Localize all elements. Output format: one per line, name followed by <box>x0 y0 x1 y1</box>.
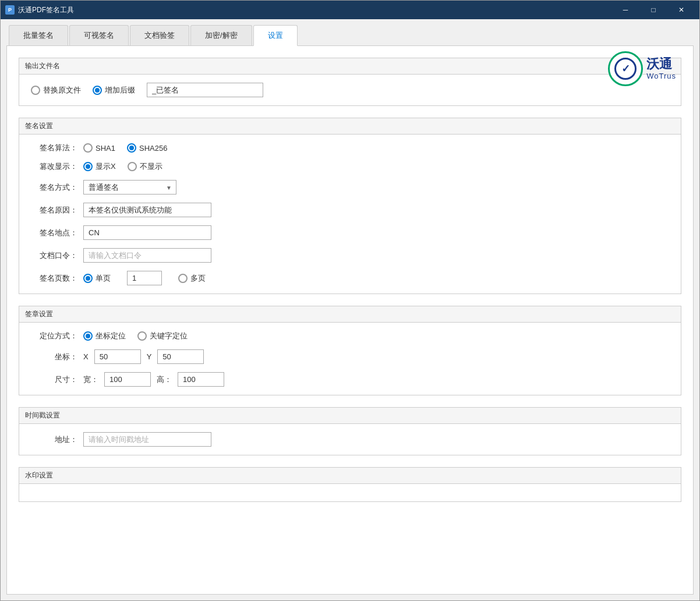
method-label: 签名方式： <box>31 182 77 193</box>
location-input[interactable] <box>83 225 211 240</box>
output-filename-title: 输出文件名 <box>19 58 681 75</box>
y-label: Y <box>147 352 152 361</box>
revocation-label: 篡改显示： <box>31 161 77 172</box>
replace-label: 替换原文件 <box>43 85 81 96</box>
sha1-radio[interactable]: SHA1 <box>83 143 115 153</box>
sha1-label: SHA1 <box>96 144 115 153</box>
reason-label: 签名原因： <box>31 205 77 215</box>
size-row: 尺寸： 宽： 高： <box>31 372 669 387</box>
logo: ✓ 沃通 WoTrus <box>608 51 676 86</box>
sha256-label: SHA256 <box>139 144 167 153</box>
pages-group: 单页 多页 <box>83 271 206 285</box>
algorithm-label: 签名算法： <box>31 143 77 153</box>
coord-radio[interactable]: 坐标定位 <box>83 331 126 341</box>
revocation-group: 显示X 不显示 <box>83 161 162 172</box>
maximize-button[interactable]: □ <box>640 1 667 19</box>
width-label: 宽： <box>83 374 98 385</box>
tab-bar: 批量签名 可视签名 文档验签 加密/解密 设置 <box>6 25 694 46</box>
address-row: 地址： <box>31 432 669 447</box>
replace-radio[interactable]: 替换原文件 <box>31 85 81 96</box>
suffix-input[interactable] <box>147 83 263 97</box>
multi-page-radio-circle[interactable] <box>178 274 188 283</box>
seal-settings-body: 定位方式： 坐标定位 关键字定位 <box>19 323 681 395</box>
hide-radio[interactable]: 不显示 <box>128 161 162 172</box>
sign-settings-title: 签名设置 <box>19 118 681 135</box>
show-radio-circle[interactable] <box>83 162 93 171</box>
main-window: P 沃通PDF签名工具 ─ □ ✕ ✓ 沃通 WoTrus <box>0 0 700 601</box>
reason-input[interactable] <box>83 203 211 217</box>
tab-verify[interactable]: 文档验签 <box>130 25 189 45</box>
xy-label: 坐标： <box>31 352 77 362</box>
single-page-radio-circle[interactable] <box>83 274 93 283</box>
single-page-radio[interactable]: 单页 <box>83 273 111 284</box>
size-label: 尺寸： <box>31 374 77 385</box>
replace-radio-circle[interactable] <box>31 86 40 95</box>
single-label: 单页 <box>96 273 111 284</box>
multi-page-radio[interactable]: 多页 <box>178 273 206 284</box>
keyword-mode-label: 关键字定位 <box>150 331 188 341</box>
logo-en: WoTrus <box>646 72 676 81</box>
logo-inner-circle: ✓ <box>614 58 637 80</box>
pages-row: 签名页数： 单页 多页 <box>31 271 669 285</box>
logo-cn: 沃通 <box>646 56 676 72</box>
multi-label: 多页 <box>190 273 206 284</box>
location-row: 签名地点： <box>31 225 669 240</box>
width-input[interactable] <box>104 372 151 387</box>
x-input[interactable] <box>94 349 141 364</box>
position-label: 定位方式： <box>31 331 77 341</box>
seal-settings-title: 签章设置 <box>19 306 681 323</box>
page-number-input[interactable] <box>127 271 162 285</box>
location-label: 签名地点： <box>31 228 77 238</box>
logo-checkmark: ✓ <box>621 62 630 75</box>
watermark-title: 水印设置 <box>19 468 681 484</box>
output-filename-row: 替换原文件 增加后缀 <box>31 83 669 97</box>
xy-row: 坐标： X Y <box>31 349 669 364</box>
output-mode-group: 替换原文件 增加后缀 <box>31 83 263 97</box>
coord-radio-circle[interactable] <box>83 331 93 341</box>
method-select-wrap[interactable]: 普通签名 时间戳签名 ▼ <box>83 180 176 195</box>
show-label: 显示X <box>96 161 116 172</box>
size-group: 宽： 高： <box>83 372 224 387</box>
timestamp-address-input[interactable] <box>83 432 211 447</box>
settings-panel[interactable]: 输出文件名 替换原文件 增加后缀 <box>6 46 694 595</box>
output-filename-body: 替换原文件 增加后缀 <box>19 75 681 105</box>
reason-row: 签名原因： <box>31 203 669 217</box>
method-select[interactable]: 普通签名 时间戳签名 <box>83 180 176 195</box>
append-radio-circle[interactable] <box>93 86 102 95</box>
pages-label: 签名页数： <box>31 273 77 284</box>
titlebar: P 沃通PDF签名工具 ─ □ ✕ <box>1 1 699 19</box>
window-title: 沃通PDF签名工具 <box>18 5 612 15</box>
logo-circle: ✓ <box>608 51 643 86</box>
tab-visual[interactable]: 可视签名 <box>69 25 129 45</box>
show-radio[interactable]: 显示X <box>83 161 116 172</box>
sha1-radio-circle[interactable] <box>83 143 93 153</box>
height-label: 高： <box>157 374 172 385</box>
password-label: 文档口令： <box>31 250 77 261</box>
algorithm-group: SHA1 SHA256 <box>83 143 167 153</box>
logo-text: 沃通 WoTrus <box>646 56 676 81</box>
app-icon: P <box>5 5 15 15</box>
tab-batch[interactable]: 批量签名 <box>9 25 68 45</box>
tab-encrypt[interactable]: 加密/解密 <box>190 25 252 45</box>
minimize-button[interactable]: ─ <box>612 1 639 19</box>
height-input[interactable] <box>178 372 224 387</box>
append-label: 增加后缀 <box>105 85 135 96</box>
x-label: X <box>83 352 89 361</box>
timestamp-body: 地址： <box>19 424 681 455</box>
hide-radio-circle[interactable] <box>128 162 137 171</box>
close-button[interactable]: ✕ <box>668 1 695 19</box>
keyword-radio-circle[interactable] <box>137 331 147 341</box>
keyword-radio[interactable]: 关键字定位 <box>137 331 188 341</box>
seal-settings-section: 签章设置 定位方式： 坐标定位 <box>19 306 681 395</box>
sha256-radio[interactable]: SHA256 <box>127 143 167 153</box>
position-row: 定位方式： 坐标定位 关键字定位 <box>31 331 669 341</box>
y-input[interactable] <box>157 349 204 364</box>
append-radio[interactable]: 增加后缀 <box>93 85 135 96</box>
sign-settings-section: 签名设置 签名算法： SHA1 <box>19 118 681 294</box>
password-input[interactable] <box>83 248 211 263</box>
coord-group: X Y <box>83 349 204 364</box>
tab-settings[interactable]: 设置 <box>253 25 298 46</box>
sha256-radio-circle[interactable] <box>127 143 136 153</box>
timestamp-section: 时间戳设置 地址： <box>19 407 681 455</box>
output-filename-section: 输出文件名 替换原文件 增加后缀 <box>19 58 681 106</box>
